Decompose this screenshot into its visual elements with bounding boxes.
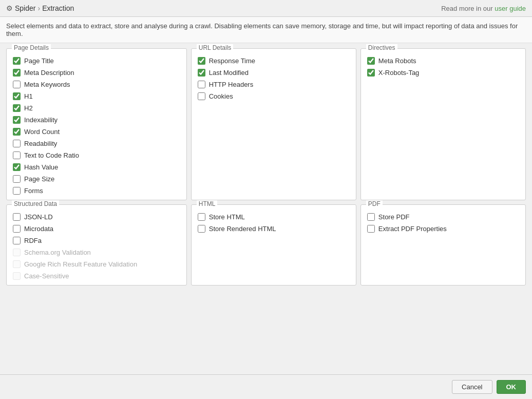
http-headers-checkbox[interactable] bbox=[198, 81, 205, 88]
x-robots-tag-checkbox[interactable] bbox=[367, 69, 375, 77]
case-sensitive-label: Case-Sensitive bbox=[24, 272, 69, 280]
directives-title: Directives bbox=[366, 44, 397, 51]
list-item: Page Title bbox=[13, 57, 180, 65]
list-item: Indexability bbox=[13, 116, 180, 124]
readability-checkbox[interactable] bbox=[13, 140, 21, 147]
page-details-title: Page Details bbox=[12, 44, 51, 51]
h2-label[interactable]: H2 bbox=[24, 104, 33, 112]
structured-data-section: Structured Data JSON-LD Microdata RDFa S… bbox=[6, 204, 187, 286]
main-content: Page Details Page Title Meta Description… bbox=[0, 43, 532, 295]
html-section: HTML Store HTML Store Rendered HTML bbox=[191, 204, 356, 286]
breadcrumb-separator: › bbox=[37, 4, 40, 12]
breadcrumb-current: Extraction bbox=[42, 4, 74, 12]
readability-label[interactable]: Readability bbox=[24, 140, 57, 147]
microdata-label[interactable]: Microdata bbox=[24, 225, 53, 233]
sections-row-2: Structured Data JSON-LD Microdata RDFa S… bbox=[6, 204, 526, 286]
page-title-label[interactable]: Page Title bbox=[24, 57, 54, 65]
list-item: Response Time bbox=[198, 57, 350, 65]
indexability-label[interactable]: Indexability bbox=[24, 116, 58, 124]
last-modified-label[interactable]: Last Modified bbox=[209, 69, 249, 77]
schema-org-label: Schema.org Validation bbox=[24, 249, 91, 256]
list-item: X-Robots-Tag bbox=[367, 69, 519, 77]
list-item: JSON-LD bbox=[13, 213, 180, 221]
google-rich-checkbox[interactable] bbox=[13, 260, 21, 268]
response-time-label[interactable]: Response Time bbox=[209, 57, 255, 65]
list-item: Hash Value bbox=[13, 163, 180, 171]
h2-checkbox[interactable] bbox=[13, 104, 21, 112]
page-title-checkbox[interactable] bbox=[13, 57, 21, 65]
list-item: Schema.org Validation bbox=[13, 249, 180, 256]
list-item: Text to Code Ratio bbox=[13, 151, 180, 159]
hash-value-label[interactable]: Hash Value bbox=[24, 163, 58, 171]
meta-robots-checkbox[interactable] bbox=[367, 57, 375, 65]
cookies-label[interactable]: Cookies bbox=[209, 92, 233, 100]
sections-row-1: Page Details Page Title Meta Description… bbox=[6, 48, 526, 200]
page-details-section: Page Details Page Title Meta Description… bbox=[6, 48, 187, 200]
page-description: Select elements and data to extract, sto… bbox=[0, 17, 532, 43]
text-to-code-label[interactable]: Text to Code Ratio bbox=[24, 151, 79, 159]
meta-description-checkbox[interactable] bbox=[13, 69, 21, 77]
list-item: Microdata bbox=[13, 225, 180, 233]
schema-org-checkbox[interactable] bbox=[13, 249, 21, 256]
last-modified-checkbox[interactable] bbox=[198, 69, 205, 77]
list-item: Store PDF bbox=[367, 213, 519, 221]
pdf-title: PDF bbox=[366, 200, 383, 207]
page-size-checkbox[interactable] bbox=[13, 175, 21, 183]
text-to-code-checkbox[interactable] bbox=[13, 151, 21, 159]
store-pdf-checkbox[interactable] bbox=[367, 213, 375, 221]
h1-label[interactable]: H1 bbox=[24, 92, 33, 100]
hash-value-checkbox[interactable] bbox=[13, 163, 21, 171]
extract-pdf-label[interactable]: Extract PDF Properties bbox=[378, 225, 447, 233]
list-item: Store HTML bbox=[198, 213, 350, 221]
ok-button[interactable]: OK bbox=[497, 380, 526, 394]
list-item: Extract PDF Properties bbox=[367, 225, 519, 233]
list-item: H1 bbox=[13, 92, 180, 100]
json-ld-checkbox[interactable] bbox=[13, 213, 21, 221]
json-ld-label[interactable]: JSON-LD bbox=[24, 213, 53, 221]
case-sensitive-checkbox[interactable] bbox=[13, 272, 21, 280]
cancel-button[interactable]: Cancel bbox=[452, 380, 492, 394]
user-guide-link[interactable]: user guide bbox=[495, 5, 526, 12]
store-rendered-html-checkbox[interactable] bbox=[198, 225, 205, 233]
rdfa-label[interactable]: RDFa bbox=[24, 237, 42, 244]
meta-robots-label[interactable]: Meta Robots bbox=[378, 57, 416, 65]
meta-keywords-checkbox[interactable] bbox=[13, 81, 21, 88]
google-rich-label: Google Rich Result Feature Validation bbox=[24, 260, 137, 268]
h1-checkbox[interactable] bbox=[13, 92, 21, 100]
meta-description-label[interactable]: Meta Description bbox=[24, 69, 74, 77]
list-item: Forms bbox=[13, 187, 180, 195]
microdata-checkbox[interactable] bbox=[13, 225, 21, 233]
store-pdf-label[interactable]: Store PDF bbox=[378, 213, 410, 221]
indexability-checkbox[interactable] bbox=[13, 116, 21, 124]
x-robots-tag-label[interactable]: X-Robots-Tag bbox=[378, 69, 419, 77]
extract-pdf-checkbox[interactable] bbox=[367, 225, 375, 233]
read-more-text: Read more in our user guide bbox=[441, 5, 526, 12]
meta-keywords-label[interactable]: Meta Keywords bbox=[24, 81, 70, 88]
list-item: Meta Description bbox=[13, 69, 180, 77]
directives-section: Directives Meta Robots X-Robots-Tag bbox=[360, 48, 526, 200]
forms-label[interactable]: Forms bbox=[24, 187, 43, 195]
response-time-checkbox[interactable] bbox=[198, 57, 205, 65]
top-bar: ⚙ Spider › Extraction Read more in our u… bbox=[0, 0, 532, 17]
store-html-checkbox[interactable] bbox=[198, 213, 205, 221]
http-headers-label[interactable]: HTTP Headers bbox=[209, 81, 253, 88]
store-rendered-html-label[interactable]: Store Rendered HTML bbox=[209, 225, 276, 233]
list-item: HTTP Headers bbox=[198, 81, 350, 88]
breadcrumb: ⚙ Spider › Extraction bbox=[6, 4, 74, 12]
word-count-checkbox[interactable] bbox=[13, 128, 21, 136]
list-item: Meta Keywords bbox=[13, 81, 180, 88]
word-count-label[interactable]: Word Count bbox=[24, 128, 60, 136]
store-html-label[interactable]: Store HTML bbox=[209, 213, 245, 221]
breadcrumb-parent: Spider bbox=[15, 4, 35, 12]
pdf-section: PDF Store PDF Extract PDF Properties bbox=[360, 204, 526, 286]
forms-checkbox[interactable] bbox=[13, 187, 21, 195]
rdfa-checkbox[interactable] bbox=[13, 237, 21, 244]
url-details-title: URL Details bbox=[197, 44, 234, 51]
list-item: Store Rendered HTML bbox=[198, 225, 350, 233]
list-item: Last Modified bbox=[198, 69, 350, 77]
structured-data-title: Structured Data bbox=[12, 200, 59, 207]
list-item: Meta Robots bbox=[367, 57, 519, 65]
list-item: Google Rich Result Feature Validation bbox=[13, 260, 180, 268]
cookies-checkbox[interactable] bbox=[198, 92, 205, 100]
page-size-label[interactable]: Page Size bbox=[24, 175, 54, 183]
